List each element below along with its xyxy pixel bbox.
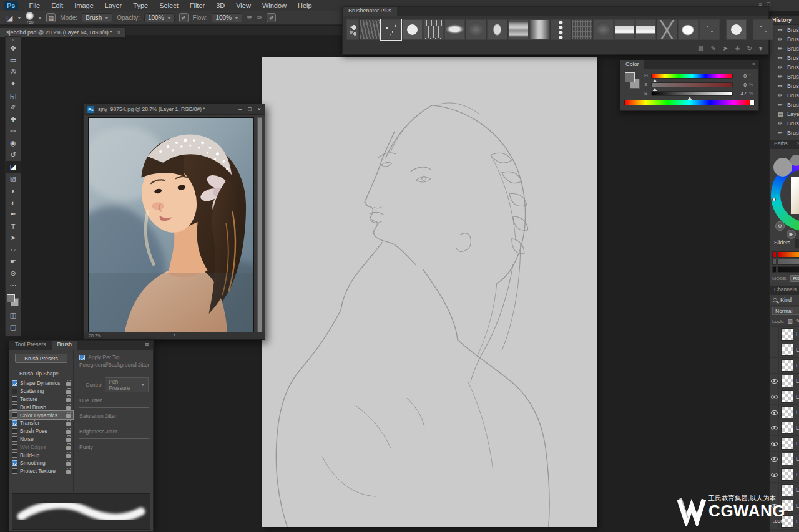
brush-thumbnail[interactable] <box>572 19 592 40</box>
checkbox[interactable] <box>12 436 17 442</box>
brush-thumbnail[interactable] <box>726 19 747 40</box>
play-icon[interactable]: ▶ <box>787 230 796 239</box>
tool-preset-caret[interactable] <box>17 17 21 19</box>
layer-row[interactable]: Layer <box>770 327 799 342</box>
layer-thumbnail[interactable] <box>781 344 793 356</box>
history-panel-header[interactable]: History <box>770 16 799 25</box>
visibility-cell[interactable] <box>770 374 779 389</box>
tool-type-button[interactable]: T <box>6 220 21 232</box>
layer-row[interactable]: Layer <box>770 358 799 374</box>
menu-item[interactable]: File <box>23 0 46 11</box>
brush-thumbnail[interactable] <box>487 19 507 40</box>
saturation-brightness-box[interactable] <box>791 177 799 214</box>
brush-thumbnail[interactable] <box>657 19 677 40</box>
menu-item[interactable]: 3D <box>210 0 230 11</box>
visibility-cell[interactable] <box>770 452 779 467</box>
reference-image-window[interactable]: Ps sjny_98754.jpg @ 28.7% (Layer 1, RGB/… <box>83 104 265 340</box>
toggle-brush-panel-button[interactable]: ▤ <box>46 13 56 22</box>
brush-thumbnail[interactable] <box>593 19 614 40</box>
channel-slider[interactable] <box>651 91 733 96</box>
visibility-cell[interactable] <box>770 358 779 373</box>
panel-action-icon[interactable]: ↻ <box>747 45 752 52</box>
tool-zoom-button[interactable]: ⊙ <box>6 268 21 279</box>
brush-option-row[interactable]: Scattering <box>9 387 73 395</box>
lock-icon[interactable] <box>66 390 71 394</box>
brush-tip-shape-item[interactable]: Brush Tip Shape <box>9 369 73 379</box>
checkbox[interactable] <box>12 420 17 426</box>
tool-crop-button[interactable]: ◱ <box>6 90 21 102</box>
checkbox[interactable] <box>12 460 17 466</box>
rgb-mode-button[interactable]: RGB <box>790 275 799 282</box>
menu-item[interactable]: Window <box>257 0 292 11</box>
panel-action-icon[interactable]: ✎ <box>710 45 715 52</box>
filter-kind-select[interactable]: Kind <box>780 297 792 303</box>
lock-icon[interactable] <box>66 382 71 386</box>
layer-row[interactable]: Layer <box>770 452 799 467</box>
channel-value[interactable]: 47 <box>735 90 747 97</box>
white-swatch[interactable] <box>750 100 754 105</box>
brush-tab[interactable]: Brush <box>52 341 78 350</box>
visibility-cell[interactable] <box>770 405 779 420</box>
layer-thumbnail[interactable] <box>781 390 793 403</box>
lock-transparency-icon[interactable]: ▨ <box>787 318 793 324</box>
visibility-cell[interactable] <box>770 389 779 404</box>
panel-menu-icon[interactable]: ≡ <box>752 62 755 67</box>
visibility-cell[interactable] <box>770 327 779 342</box>
layer-thumbnail[interactable] <box>781 375 793 387</box>
panel-action-icon[interactable]: ✳ <box>735 45 740 52</box>
tool-pen-button[interactable]: ✒ <box>6 208 21 220</box>
checkbox[interactable] <box>12 444 17 450</box>
checkbox[interactable] <box>12 389 17 394</box>
foreground-color-swatch[interactable] <box>625 72 635 82</box>
tool-path-selection-button[interactable]: ➤ <box>6 232 21 244</box>
color-swatches[interactable] <box>6 293 21 308</box>
close-tab-icon[interactable]: × <box>117 29 120 36</box>
tool-more-button[interactable]: ⋯ <box>6 279 21 291</box>
visibility-cell[interactable] <box>770 467 779 482</box>
saturation-jitter-slider[interactable] <box>79 423 149 423</box>
history-entry[interactable]: ✏ Brush Tool <box>770 25 799 34</box>
toolbar-collapse-icon[interactable]: » <box>6 37 21 42</box>
brush-thumbnail[interactable] <box>360 19 380 40</box>
blue-slider[interactable] <box>772 266 799 273</box>
control-select[interactable]: Pen Pressure <box>105 377 149 392</box>
tool-hand-button[interactable]: ☛ <box>6 256 21 268</box>
lock-icon[interactable] <box>66 470 71 474</box>
blend-mode-select[interactable]: Normal <box>772 307 799 315</box>
brush-option-row[interactable]: Noise <box>9 435 73 443</box>
eye-icon[interactable] <box>771 426 778 430</box>
brush-option-row[interactable]: Texture <box>9 395 73 404</box>
brightness-jitter-slider[interactable] <box>79 438 149 439</box>
lock-icon[interactable] <box>66 398 71 402</box>
menu-item[interactable]: Help <box>292 0 318 11</box>
brush-thumbnail[interactable] <box>444 19 465 40</box>
green-slider[interactable] <box>772 259 799 265</box>
brush-thumbnail[interactable] <box>346 19 359 40</box>
tool-dodge-button[interactable]: ◐ <box>6 196 21 208</box>
brush-thumbnail[interactable] <box>614 19 635 40</box>
tool-lasso-button[interactable]: ✇ <box>6 66 21 78</box>
opacity-select[interactable]: 100% <box>144 13 175 22</box>
brush-thumbnail[interactable] <box>551 19 571 40</box>
brush-option-row[interactable]: Protect Texture <box>9 467 73 475</box>
layer-row[interactable]: Layer <box>770 420 799 436</box>
menu-item[interactable]: Layer <box>99 0 128 11</box>
lock-icon[interactable] <box>66 462 71 466</box>
history-entry[interactable]: ✏ Brush Tool <box>770 118 799 128</box>
hue-jitter-slider[interactable] <box>79 407 149 408</box>
brush-thumbnail[interactable] <box>699 19 720 40</box>
panel-tab[interactable]: Swatches <box>792 140 799 149</box>
checkbox[interactable] <box>12 468 17 474</box>
sliders-tab[interactable]: Sliders <box>770 239 795 248</box>
tool-healing-brush-button[interactable]: ✚ <box>6 114 21 125</box>
brush-thumbnail[interactable] <box>402 19 423 40</box>
flow-select[interactable]: 100% <box>212 13 242 22</box>
brush-option-row[interactable]: Dual Brush <box>9 403 73 411</box>
brush-thumbnail[interactable] <box>423 19 444 40</box>
history-entry[interactable]: ✏ Brush Tool <box>770 81 799 90</box>
tool-presets-tab[interactable]: Tool Presets <box>9 341 52 350</box>
visibility-cell[interactable] <box>770 342 779 357</box>
brush-thumbnail[interactable] <box>529 19 550 40</box>
history-entry[interactable]: ✏ Brush Tool <box>770 62 799 72</box>
lock-icon[interactable] <box>66 422 71 426</box>
